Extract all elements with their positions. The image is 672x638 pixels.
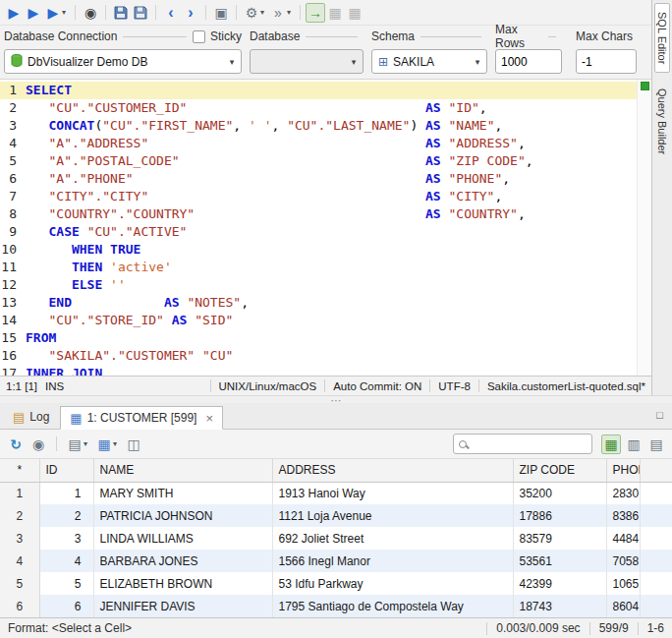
cell[interactable]: ELIZABETH BROWN bbox=[93, 572, 272, 595]
cell[interactable]: 3 bbox=[39, 527, 93, 550]
max-rows-input[interactable] bbox=[495, 49, 562, 74]
execute-menu-button[interactable]: ▶ ▾ bbox=[43, 3, 70, 23]
cell[interactable]: BARBARA JONES bbox=[93, 550, 272, 572]
column-header[interactable]: * bbox=[0, 459, 39, 482]
cell[interactable]: 8386 bbox=[606, 504, 640, 527]
cell[interactable]: 1795 Santiago de Compostela Way bbox=[272, 595, 513, 617]
detach-icon[interactable]: ▣ bbox=[211, 3, 231, 23]
code-line[interactable]: 3 CONCAT("CU"."FIRST_NAME", ' ', "CU"."L… bbox=[0, 117, 637, 135]
cell[interactable]: 42399 bbox=[513, 572, 606, 595]
form-view-icon[interactable]: ▥ bbox=[624, 435, 644, 454]
tools-button[interactable]: ⚙ ▾ bbox=[242, 3, 268, 23]
column-header[interactable]: ID bbox=[39, 459, 93, 482]
splitter-handle[interactable]: ⋯ bbox=[0, 395, 672, 403]
cell[interactable]: 5 bbox=[39, 572, 93, 595]
execute-icon[interactable]: ▶ bbox=[4, 3, 24, 23]
code-line[interactable]: 7 "CITY"."CITY" AS "CITY", bbox=[0, 188, 637, 205]
cell[interactable]: 17886 bbox=[513, 504, 606, 527]
cell[interactable]: 6 bbox=[39, 595, 93, 617]
row-number[interactable]: 2 bbox=[0, 504, 39, 527]
compare-icon[interactable]: ◫ bbox=[124, 435, 143, 454]
code-line[interactable]: 14 "CU"."STORE_ID" AS "SID" bbox=[0, 312, 637, 329]
cell[interactable]: LINDA WILLIAMS bbox=[93, 527, 272, 550]
save-as-icon[interactable] bbox=[131, 3, 150, 23]
cell[interactable]: JENNIFER DAVIS bbox=[93, 595, 272, 617]
editor-code[interactable]: 1SELECT2 "CU"."CUSTOMER_ID" AS "ID",3 CO… bbox=[0, 80, 637, 376]
row-number[interactable]: 4 bbox=[0, 550, 39, 572]
cell[interactable]: 1566 Inegl Manor bbox=[272, 550, 513, 572]
cell[interactable]: 53561 bbox=[513, 550, 606, 572]
schema-combo[interactable]: ⊞ SAKILA ▾ bbox=[371, 49, 487, 74]
column-header[interactable]: PHONE bbox=[606, 459, 640, 482]
column-header[interactable]: ADDRESS bbox=[272, 459, 513, 482]
cell[interactable]: 1913 Hanoi Way bbox=[272, 482, 513, 504]
export-icon[interactable]: ▤ bbox=[65, 435, 84, 454]
code-line[interactable]: 16 "SAKILA"."CUSTOMER" "CU" bbox=[0, 347, 637, 365]
code-line[interactable]: 6 "A"."PHONE" AS "PHONE", bbox=[0, 170, 637, 188]
tab-query-builder[interactable]: Query Builder bbox=[655, 81, 669, 162]
code-line[interactable]: 12 ELSE '' bbox=[0, 276, 637, 294]
row-number[interactable]: 5 bbox=[0, 572, 39, 595]
tab-log[interactable]: ▤ Log bbox=[4, 405, 58, 429]
grid-view-icon[interactable]: ▦ bbox=[601, 435, 621, 454]
stop-icon[interactable]: ◉ bbox=[28, 435, 48, 454]
forward-icon[interactable]: › bbox=[181, 3, 200, 23]
code-line[interactable]: 13 END AS "NOTES", bbox=[0, 294, 637, 312]
code-line[interactable]: 8 "COUNTRY"."COUNTRY" AS "COUNTRY", bbox=[0, 205, 637, 223]
cell[interactable]: 53 Idfu Parkway bbox=[272, 572, 513, 595]
cell[interactable]: 4484 bbox=[606, 527, 640, 550]
cell[interactable]: 692 Joliet Street bbox=[272, 527, 513, 550]
grid-options-button[interactable]: ▦ ▾ bbox=[94, 435, 121, 454]
more-commands-icon[interactable]: » bbox=[268, 3, 288, 23]
code-line[interactable]: 15FROM bbox=[0, 329, 637, 347]
execute-menu-icon[interactable]: ▶ bbox=[43, 3, 63, 23]
connection-combo[interactable]: DbVisualizer Demo DB ▾ bbox=[4, 49, 242, 74]
more-commands-button[interactable]: » ▾ bbox=[268, 3, 295, 23]
cell[interactable]: 7058 bbox=[606, 550, 640, 572]
grid-options-icon[interactable]: ▦ bbox=[94, 435, 114, 454]
code-line[interactable]: 11 THEN 'active' bbox=[0, 259, 637, 276]
cell[interactable]: 1 bbox=[39, 482, 93, 504]
tab-sql-editor[interactable]: SQL Editor bbox=[654, 3, 670, 73]
tab-result-customer[interactable]: ▦ 1: CUSTOMER [599] × bbox=[60, 406, 223, 430]
column-header[interactable]: ZIP CODE bbox=[513, 459, 606, 482]
cell[interactable]: 4 bbox=[39, 550, 93, 572]
column-header[interactable]: NAME bbox=[93, 459, 272, 482]
database-combo[interactable]: ▾ bbox=[250, 49, 364, 74]
cell[interactable]: 1121 Loja Avenue bbox=[272, 504, 513, 527]
reload-icon[interactable]: ↻ bbox=[6, 435, 26, 454]
sql-editor[interactable]: 1SELECT2 "CU"."CUSTOMER_ID" AS "ID",3 CO… bbox=[0, 79, 651, 376]
cell[interactable]: PATRICIA JOHNSON bbox=[93, 504, 272, 527]
result-search[interactable] bbox=[453, 434, 592, 454]
cell[interactable]: 83579 bbox=[513, 527, 606, 550]
code-line[interactable]: 5 "A"."POSTAL_CODE" AS "ZIP CODE", bbox=[0, 152, 637, 170]
export-button[interactable]: ▤ ▾ bbox=[65, 435, 91, 454]
max-chars-input[interactable] bbox=[576, 49, 637, 74]
code-line[interactable]: 10 WHEN TRUE bbox=[0, 241, 637, 259]
grid-tool-icon[interactable]: ▦ bbox=[325, 3, 345, 23]
code-line[interactable]: 1SELECT bbox=[0, 82, 637, 99]
row-number[interactable]: 6 bbox=[0, 595, 39, 617]
cell[interactable]: 8604 bbox=[606, 595, 640, 617]
code-line[interactable]: 4 "A"."ADDRESS" AS "ADDRESS", bbox=[0, 135, 637, 152]
code-line[interactable]: 9 CASE "CU"."ACTIVE" bbox=[0, 223, 637, 241]
cell[interactable]: 1065 bbox=[606, 572, 640, 595]
execute-current-icon[interactable]: ▶ bbox=[24, 3, 43, 23]
save-icon[interactable] bbox=[111, 3, 131, 23]
record-macro-icon[interactable]: ◉ bbox=[81, 3, 100, 23]
back-icon[interactable]: ‹ bbox=[161, 3, 181, 23]
result-search-input[interactable] bbox=[472, 437, 587, 451]
cell[interactable]: 18743 bbox=[513, 595, 606, 617]
cell[interactable]: 2 bbox=[39, 504, 93, 527]
row-number[interactable]: 1 bbox=[0, 482, 39, 504]
grid-tool-2-icon[interactable]: ▦ bbox=[345, 3, 364, 23]
row-number[interactable]: 3 bbox=[0, 527, 39, 550]
cell[interactable]: MARY SMITH bbox=[93, 482, 272, 504]
tools-icon[interactable]: ⚙ bbox=[242, 3, 261, 23]
cell[interactable]: 2830 bbox=[606, 482, 640, 504]
auto-commit-icon[interactable]: → bbox=[306, 3, 325, 23]
sticky-checkbox[interactable] bbox=[193, 30, 205, 43]
text-view-icon[interactable]: ▤ bbox=[646, 435, 666, 454]
code-line[interactable]: 17INNER JOIN bbox=[0, 365, 637, 376]
code-line[interactable]: 2 "CU"."CUSTOMER_ID" AS "ID", bbox=[0, 99, 637, 117]
